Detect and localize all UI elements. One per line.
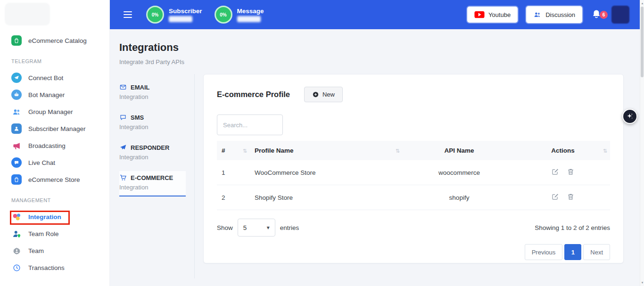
notification-badge: 6 xyxy=(600,11,608,19)
page-subtitle: Integrate 3rd Party APIs xyxy=(119,58,640,65)
ai-assistant-button[interactable] xyxy=(622,109,637,124)
telegram-plane-icon xyxy=(11,73,22,83)
subnav-subtitle: Integration xyxy=(119,154,186,161)
subscriber-stat: 0% Subscriber xyxy=(146,6,202,24)
subscriber-stat-label: Subscriber xyxy=(169,8,202,15)
app-logo xyxy=(5,3,50,25)
edit-icon xyxy=(551,168,559,176)
edit-icon xyxy=(551,193,559,201)
page-size-select[interactable]: 5 ▾ xyxy=(238,219,275,237)
email-icon xyxy=(119,83,127,91)
sidebar-item-label: Integration xyxy=(28,213,61,221)
subnav-subtitle: Integration xyxy=(119,184,186,191)
sidebar-item-team[interactable]: Team xyxy=(0,242,109,259)
api-name-cell: woocommerce xyxy=(403,160,516,185)
column-header-label: # xyxy=(222,147,225,154)
plus-circle-icon xyxy=(312,91,319,98)
scrollbar[interactable]: ▲ ▼ xyxy=(640,0,644,286)
pagination: Previous 1 Next xyxy=(217,244,610,260)
sidebar-item-subscriber-manager[interactable]: Subscriber Manager xyxy=(0,120,109,137)
youtube-icon xyxy=(474,11,485,18)
subscriber-percent: 0% xyxy=(152,12,158,17)
sort-icon: ⇅ xyxy=(603,147,607,154)
scrollbar-thumb[interactable] xyxy=(641,7,644,77)
profile-name-cell: Shopify Store xyxy=(250,185,403,210)
subnav-title: EMAIL xyxy=(131,84,149,91)
notifications-button[interactable]: 6 xyxy=(591,8,603,21)
column-header-label: Actions xyxy=(551,147,575,154)
show-label: Show xyxy=(217,224,233,231)
sidebar-item-connect-bot[interactable]: Connect Bot xyxy=(0,69,109,86)
ecommerce-profile-card: E-commerce Profile New # ⇅ xyxy=(203,74,624,263)
menu-toggle-button[interactable] xyxy=(122,9,134,20)
sidebar-item-label: Transactions xyxy=(28,264,65,271)
topbar: 0% Subscriber 0% Message Youtube Discuss… xyxy=(110,0,640,29)
youtube-button-label: Youtube xyxy=(488,11,511,18)
table-row: 1 WooCommerce Store woocommerce xyxy=(217,160,610,185)
discussion-button[interactable]: Discussion xyxy=(526,6,582,23)
subnav-subtitle: Integration xyxy=(119,123,186,131)
message-count-redacted xyxy=(237,16,261,22)
column-header-actions[interactable]: Actions ⇅ xyxy=(516,141,610,160)
subnav-title: RESPONDER xyxy=(131,144,169,151)
sidebar-item-transactions[interactable]: Transactions xyxy=(0,259,109,276)
delete-button[interactable] xyxy=(564,167,578,178)
person-pin-icon xyxy=(11,229,22,239)
sidebar-item-group-manager[interactable]: Group Manager xyxy=(0,103,109,120)
responder-plane-icon xyxy=(119,144,127,151)
subscriber-progress-ring: 0% xyxy=(146,6,164,24)
subnav-title: SMS xyxy=(131,114,144,121)
gear-person-icon xyxy=(11,245,22,256)
sidebar-item-broadcasting[interactable]: Broadcasting xyxy=(0,137,109,154)
row-number: 2 xyxy=(217,185,250,210)
column-header-num[interactable]: # ⇅ xyxy=(217,141,250,160)
sidebar-item-label: eCommerce Store xyxy=(28,176,80,183)
profiles-table: # ⇅ Profile Name ⇅ API Name Ac xyxy=(217,141,610,210)
sidebar-item-live-chat[interactable]: Live Chat xyxy=(0,154,109,171)
integration-circles-icon xyxy=(11,212,22,222)
table-search-input[interactable] xyxy=(217,114,283,135)
robot-icon xyxy=(11,90,22,100)
subnav-sms-integration[interactable]: SMS Integration xyxy=(119,111,186,135)
store-bag-icon xyxy=(11,174,22,185)
sidebar-item-ecommerce-catalog[interactable]: eCommerce Catalog xyxy=(0,32,109,49)
scroll-down-arrow[interactable]: ▼ xyxy=(640,280,644,286)
subnav-responder-integration[interactable]: RESPONDER Integration xyxy=(119,141,186,165)
trash-icon xyxy=(567,193,575,201)
shopping-bag-icon xyxy=(11,35,22,46)
scroll-up-arrow[interactable]: ▲ xyxy=(640,0,644,6)
sidebar-item-team-role[interactable]: Team Role xyxy=(0,225,109,242)
sidebar-item-label: Team xyxy=(28,247,44,254)
showing-entries-text: Showing 1 to 2 of 2 entries xyxy=(535,224,610,231)
sidebar-item-bot-manager[interactable]: Bot Manager xyxy=(0,86,109,103)
message-percent: 0% xyxy=(220,12,226,17)
card-title: E-commerce Profile xyxy=(217,90,290,99)
sidebar-item-integration[interactable]: Integration xyxy=(0,208,109,225)
row-number: 1 xyxy=(217,160,250,185)
column-header-label: Profile Name xyxy=(255,147,294,154)
api-name-cell: shopify xyxy=(403,185,516,210)
sidebar-item-label: Group Manager xyxy=(28,108,73,115)
entries-label: entries xyxy=(280,224,299,231)
pagination-page-1-button[interactable]: 1 xyxy=(564,244,581,260)
edit-button[interactable] xyxy=(548,192,562,203)
pagination-next-button[interactable]: Next xyxy=(583,244,610,260)
new-button-label: New xyxy=(322,91,335,98)
youtube-button[interactable]: Youtube xyxy=(467,7,518,23)
sidebar-section-telegram: TELEGRAM xyxy=(0,49,109,69)
subnav-subtitle: Integration xyxy=(119,93,186,100)
new-profile-button[interactable]: New xyxy=(304,87,343,102)
column-header-profile-name[interactable]: Profile Name ⇅ xyxy=(250,141,403,160)
chevron-down-icon: ▾ xyxy=(267,224,270,231)
sidebar-item-label: Team Role xyxy=(28,230,59,237)
sidebar-item-ecommerce-store[interactable]: eCommerce Store xyxy=(0,171,109,188)
integration-subnav: EMAIL Integration SMS Integration RESPON… xyxy=(110,74,195,278)
delete-button[interactable] xyxy=(564,192,578,203)
edit-button[interactable] xyxy=(548,167,562,178)
pagination-previous-button[interactable]: Previous xyxy=(525,244,563,260)
user-avatar[interactable] xyxy=(611,6,629,24)
column-header-api-name[interactable]: API Name xyxy=(403,141,516,160)
subnav-ecommerce-integration[interactable]: E-COMMERCE Integration xyxy=(119,171,186,196)
group-users-icon xyxy=(11,106,22,117)
subnav-email-integration[interactable]: EMAIL Integration xyxy=(119,81,186,105)
